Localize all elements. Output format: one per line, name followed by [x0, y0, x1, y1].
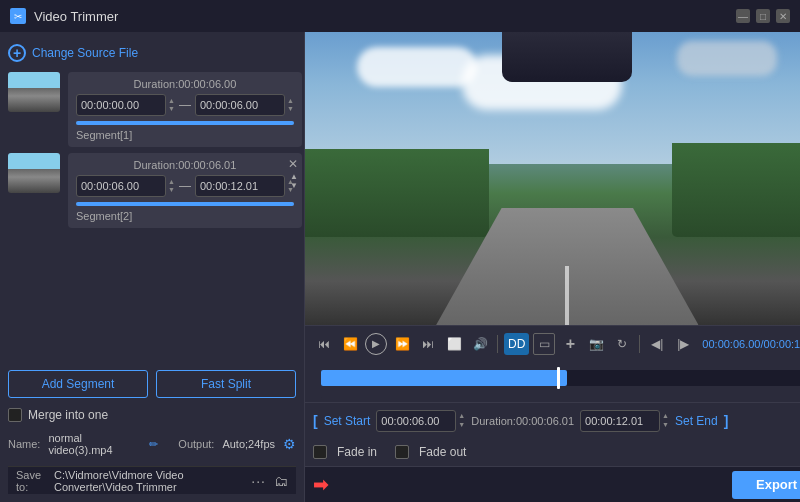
export-arrow-icon: ➡	[313, 474, 328, 496]
save-row: Save to: C:\Vidmore\Vidmore Video Conver…	[8, 466, 296, 494]
name-label: Name:	[8, 438, 40, 450]
merge-checkbox[interactable]	[8, 408, 22, 422]
merge-label: Merge into one	[28, 408, 108, 422]
segment-1-end-down[interactable]: ▼	[287, 105, 294, 113]
segment-1-label: Segment[1]	[76, 129, 294, 141]
title-bar: ✂ Video Trimmer — □ ✕	[0, 0, 800, 32]
export-row: ➡ Export	[305, 466, 800, 502]
timeline-fill	[321, 370, 567, 386]
minimize-button[interactable]: —	[736, 9, 750, 23]
forward-button[interactable]: ⏩	[391, 333, 413, 355]
set-end-button[interactable]: Set End	[675, 414, 718, 428]
timeline-marker[interactable]	[557, 367, 560, 389]
more-options-button[interactable]: ···	[251, 473, 266, 489]
export-button[interactable]: Export	[732, 471, 800, 499]
plus-icon: +	[8, 44, 26, 62]
fade-out-label: Fade out	[419, 445, 466, 459]
trim-end-up[interactable]: ▲	[662, 412, 669, 420]
folder-icon[interactable]: 🗂	[274, 473, 288, 489]
segment-2-label: Segment[2]	[76, 210, 294, 222]
app-title: Video Trimmer	[34, 9, 118, 24]
segment-2-thumb	[8, 153, 60, 193]
segment-2-close[interactable]: ✕	[288, 157, 298, 171]
trim-start-down[interactable]: ▼	[458, 421, 465, 429]
segment-buttons: Add Segment Fast Split	[8, 364, 296, 402]
name-output-row: Name: normal video(3).mp4 ✏ Output: Auto…	[8, 428, 296, 460]
rewind-button[interactable]: ⏪	[339, 333, 361, 355]
box-button[interactable]: ▭	[533, 333, 555, 355]
segment-1-start-down[interactable]: ▼	[168, 105, 175, 113]
timeline[interactable]	[321, 370, 800, 400]
time-display: 00:00:06.00/00:00:12.01	[702, 338, 800, 350]
dd-button[interactable]: DD	[504, 333, 529, 355]
close-button[interactable]: ✕	[776, 9, 790, 23]
segment-2-down[interactable]: ▼	[290, 182, 298, 190]
video-preview	[305, 32, 800, 325]
end-bracket: ]	[724, 413, 729, 429]
segment-1-thumb	[8, 72, 60, 112]
trim-end-down[interactable]: ▼	[662, 421, 669, 429]
output-value: Auto;24fps	[222, 438, 275, 450]
segment-1-duration: Duration:00:00:06.00	[76, 78, 294, 90]
screenshot-button[interactable]: 📷	[585, 333, 607, 355]
segment-2: ✕ ▲ ▼ Duration:00:00:06.01 ▲ ▼ —	[68, 153, 302, 228]
duration-label: Duration:00:00:06.01	[471, 415, 574, 427]
fade-out-checkbox[interactable]	[395, 445, 409, 459]
save-label: Save to:	[16, 469, 46, 493]
segment-2-duration: Duration:00:00:06.01	[76, 159, 294, 171]
fade-in-label: Fade in	[337, 445, 377, 459]
edit-name-icon[interactable]: ✏	[149, 438, 158, 451]
output-label: Output:	[178, 438, 214, 450]
timeline-track	[321, 370, 800, 386]
plus-overlay-button[interactable]: +	[559, 333, 581, 355]
app-icon: ✂	[10, 8, 26, 24]
trim-end-input[interactable]	[580, 410, 660, 432]
trim-start-up[interactable]: ▲	[458, 412, 465, 420]
fade-in-checkbox[interactable]	[313, 445, 327, 459]
fade-controls: Fade in Fade out	[305, 438, 800, 466]
segment-2-start[interactable]	[76, 175, 166, 197]
segment-1-start[interactable]	[76, 94, 166, 116]
segment-1-start-up[interactable]: ▲	[168, 97, 175, 105]
file-name: normal video(3).mp4	[48, 432, 141, 456]
merge-row: Merge into one	[8, 408, 296, 422]
next-segment-button[interactable]: |▶	[672, 333, 694, 355]
segment-2-row: ✕ ▲ ▼ Duration:00:00:06.01 ▲ ▼ —	[8, 153, 296, 228]
right-panel: ⏮ ⏪ ▶ ⏩ ⏭ ⬜ 🔊 DD ▭ + 📷 ↻ ◀| |▶ 00:00:06.…	[305, 32, 800, 502]
trim-start-input[interactable]	[376, 410, 456, 432]
settings-icon[interactable]: ⚙	[283, 436, 296, 452]
player-controls: ⏮ ⏪ ▶ ⏩ ⏭ ⬜ 🔊 DD ▭ + 📷 ↻ ◀| |▶ 00:00:06.…	[305, 325, 800, 361]
add-segment-button[interactable]: Add Segment	[8, 370, 148, 398]
change-source-button[interactable]: + Change Source File	[8, 40, 296, 66]
rotate-button[interactable]: ↻	[611, 333, 633, 355]
trim-controls: [ Set Start ▲ ▼ Duration:00:00:06.01 ▲ ▼…	[305, 402, 800, 438]
maximize-button[interactable]: □	[756, 9, 770, 23]
fast-split-button[interactable]: Fast Split	[156, 370, 296, 398]
start-bracket: [	[313, 413, 318, 429]
segment-2-start-up[interactable]: ▲	[168, 178, 175, 186]
skip-start-button[interactable]: ⏮	[313, 333, 335, 355]
prev-segment-button[interactable]: ◀|	[646, 333, 668, 355]
skip-end-button[interactable]: ⏭	[417, 333, 439, 355]
crop-button[interactable]: ⬜	[443, 333, 465, 355]
segment-1: Duration:00:00:06.00 ▲ ▼ — ▲	[68, 72, 302, 147]
segment-1-row: Duration:00:00:06.00 ▲ ▼ — ▲	[8, 72, 296, 147]
segment-2-up[interactable]: ▲	[290, 173, 298, 181]
video-background	[305, 32, 800, 325]
segment-1-end-up[interactable]: ▲	[287, 97, 294, 105]
volume-button[interactable]: 🔊	[469, 333, 491, 355]
set-start-button[interactable]: Set Start	[324, 414, 371, 428]
play-button[interactable]: ▶	[365, 333, 387, 355]
left-panel: + Change Source File Duration:00:00:06.0…	[0, 32, 305, 502]
save-path: C:\Vidmore\Vidmore Video Converter\Video…	[54, 469, 243, 493]
segment-2-end[interactable]	[195, 175, 285, 197]
segment-2-start-down[interactable]: ▼	[168, 186, 175, 194]
segment-1-end[interactable]	[195, 94, 285, 116]
